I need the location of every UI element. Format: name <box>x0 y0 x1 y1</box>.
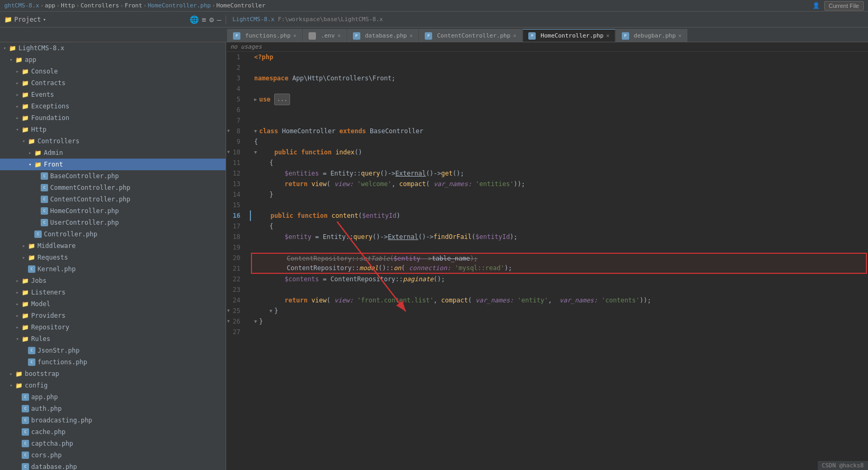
sidebar-item-cors-php[interactable]: ▸ C cors.php <box>0 449 226 461</box>
sidebar-item-database-php[interactable]: ▸ C database.php <box>0 461 226 470</box>
tab-debugbar[interactable]: P debugbar.php × <box>616 29 688 42</box>
sidebar-item-front[interactable]: ▾ 📁 Front <box>0 159 226 170</box>
app-arrow: ▾ <box>8 57 14 62</box>
use-collapsed[interactable]: ... <box>274 94 290 105</box>
sidebar-item-jsonstr[interactable]: ▸ C JsonStr.php <box>0 345 226 356</box>
ln-25[interactable]: 25 <box>226 306 245 316</box>
fold-marker-25[interactable]: ▼ <box>269 306 272 316</box>
code-area: 1 2 3 4 5 6 7 8 9 10 11 12 13 14 15 16 1 <box>226 52 868 470</box>
sidebar-item-foundation[interactable]: ▸ 📁 Foundation <box>0 112 226 124</box>
current-file-button[interactable]: Current File <box>824 1 864 11</box>
sidebar-item-contracts[interactable]: ▸ 📁 Contracts <box>0 77 226 89</box>
ln-19: 19 <box>226 242 245 253</box>
sidebar-item-middleware[interactable]: ▸ 📁 Middleware <box>0 240 226 252</box>
fold-marker-8[interactable]: ▼ <box>254 126 257 136</box>
l14-content: } <box>254 189 273 200</box>
tab-database[interactable]: P database.php × <box>347 29 419 42</box>
settings-icon[interactable]: ⚙ <box>209 15 213 24</box>
entity-id-param: $entityId <box>362 210 396 221</box>
config-folder-icon: 📁 <box>15 382 23 389</box>
sidebar-item-auth-php[interactable]: ▸ C auth.php <box>0 403 226 414</box>
world-icon[interactable]: 🌐 <box>190 15 199 24</box>
l24-comma1: , <box>434 295 441 306</box>
database-php-icon: C <box>22 463 29 470</box>
tab-close-env[interactable]: × <box>338 33 341 39</box>
l12-eq: = <box>319 168 331 179</box>
sidebar-item-app[interactable]: ▾ 📁 app <box>0 54 226 66</box>
project-label: Project <box>14 16 41 23</box>
tab-close-database[interactable]: × <box>409 33 413 39</box>
user-icon[interactable]: 👤 <box>813 2 820 9</box>
sidebar-item-basecontroller[interactable]: ▸ C BaseController.php <box>0 170 226 182</box>
sidebar-item-commentcontroller[interactable]: ▸ C CommentController.php <box>0 182 226 193</box>
project-dropdown[interactable]: 📁 Project ▾ <box>4 16 46 23</box>
sidebar-item-admin[interactable]: ▸ 📁 Admin <box>0 147 226 159</box>
fold-marker-5[interactable]: ▶ <box>254 94 257 105</box>
sidebar-item-http[interactable]: ▾ 📁 Http <box>0 124 226 135</box>
code-line-6 <box>250 105 868 115</box>
tab-close-debugbar[interactable]: × <box>678 33 682 39</box>
sidebar-item-repository[interactable]: ▸ 📁 Repository <box>0 321 226 333</box>
class-kw: class <box>259 126 278 136</box>
l18-entity: Entity:: <box>323 232 353 242</box>
sidebar-item-homecontroller[interactable]: ▸ C HomeController.php <box>0 205 226 217</box>
ln-8[interactable]: 8 <box>226 126 245 136</box>
sidebar-item-broadcasting-php[interactable]: ▸ C broadcasting.php <box>0 414 226 426</box>
tree-root[interactable]: ▾ 📁 LightCMS-8.x <box>0 42 226 54</box>
sidebar-item-controller[interactable]: ▸ C Controller.php <box>0 228 226 240</box>
ln-14: 14 <box>226 189 245 200</box>
sidebar-item-controllers[interactable]: ▾ 📁 Controllers <box>0 135 226 147</box>
code-line-14: } <box>250 189 868 200</box>
ln-26[interactable]: 26 <box>226 316 245 327</box>
l13-p2: ( <box>426 179 433 189</box>
list-icon[interactable]: ≡ <box>202 15 206 24</box>
tab-content[interactable]: P ContentController.php × <box>419 29 522 42</box>
tab-close-home[interactable]: × <box>606 33 610 39</box>
l21-str: 'mysql::read' <box>455 263 505 273</box>
sidebar-item-captcha-php[interactable]: ▸ C captcha.php <box>0 438 226 449</box>
sidebar-item-requests[interactable]: ▸ 📁 Requests <box>0 252 226 263</box>
ln-18: 18 <box>226 232 245 242</box>
sidebar-item-console[interactable]: ▸ 📁 Console <box>0 66 226 77</box>
sidebar-item-usercontroller[interactable]: ▸ C UserController.php <box>0 217 226 228</box>
sidebar-item-jobs[interactable]: ▸ 📁 Jobs <box>0 275 226 287</box>
foundation-arrow: ▸ <box>15 115 20 121</box>
sidebar-item-listeners[interactable]: ▸ 📁 Listeners <box>0 287 226 298</box>
l18-external: External <box>388 232 418 242</box>
sidebar-item-contentcontroller[interactable]: ▸ C ContentController.php <box>0 193 226 205</box>
tabs-bar: P functions.php × .env × P database.php … <box>0 27 868 42</box>
sidebar-item-exceptions[interactable]: ▸ 📁 Exceptions <box>0 100 226 112</box>
dropdown-arrow-icon: ▾ <box>43 17 46 22</box>
tab-env[interactable]: .env × <box>303 29 347 42</box>
sidebar-item-config[interactable]: ▾ 📁 config <box>0 380 226 391</box>
sidebar-item-bootstrap[interactable]: ▸ 📁 bootstrap <box>0 368 226 380</box>
function-kw-2: function <box>297 210 328 221</box>
sidebar-item-model[interactable]: ▸ 📁 Model <box>0 298 226 310</box>
sidebar-item-events[interactable]: ▸ 📁 Events <box>0 89 226 100</box>
editor-info-bar: no usages <box>226 42 868 52</box>
breadcrumb-item: HomeController <box>217 2 266 9</box>
fold-marker-10[interactable]: ▼ <box>254 147 257 158</box>
sidebar-item-kernel[interactable]: ▸ C Kernel.php <box>0 263 226 275</box>
sidebar-item-cache-php[interactable]: ▸ C cache.php <box>0 426 226 438</box>
l18-query: query <box>353 232 372 242</box>
minus-icon[interactable]: — <box>217 15 221 24</box>
controllers-folder-icon: 📁 <box>28 138 35 145</box>
code-line-15 <box>250 200 868 210</box>
tab-home[interactable]: P HomeController.php × <box>522 29 615 42</box>
sidebar-item-rules[interactable]: ▾ 📁 Rules <box>0 333 226 345</box>
l21-space1 <box>451 263 455 273</box>
ln-13: 13 <box>226 179 245 189</box>
console-arrow: ▸ <box>15 69 20 74</box>
sidebar-item-functions-file[interactable]: ▸ C functions.php <box>0 356 226 368</box>
code-line-12: $entities = Entity:: query ()-> External… <box>250 168 868 179</box>
sidebar-item-app-php[interactable]: ▸ C app.php <box>0 391 226 403</box>
status-bar: CSDN @hacks8 <box>818 461 868 470</box>
tab-functions[interactable]: P functions.php × <box>227 29 302 42</box>
fold-marker-26[interactable]: ▼ <box>254 316 257 327</box>
ln-10[interactable]: 10 <box>226 147 245 158</box>
sidebar-item-providers[interactable]: ▸ 📁 Providers <box>0 310 226 321</box>
l21-p1: (): <box>378 263 390 273</box>
tab-close-content[interactable]: × <box>513 33 516 39</box>
tab-close-functions[interactable]: × <box>293 33 296 39</box>
